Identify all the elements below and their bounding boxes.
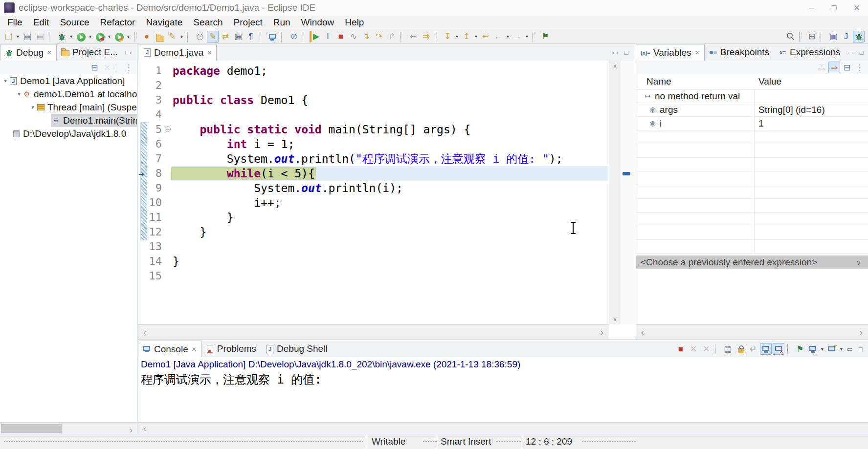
minimize-button[interactable]: – <box>801 0 823 16</box>
link-with-editor-icon[interactable]: ⇄ <box>220 31 231 43</box>
variable-row-i[interactable]: ◉i1 <box>636 117 868 130</box>
open-perspective-icon[interactable]: ⊞ <box>806 31 818 43</box>
step-return-icon[interactable]: ↱ <box>386 31 398 43</box>
word-wrap-icon[interactable]: ↵ <box>747 343 759 355</box>
menu-help[interactable]: Help <box>339 16 369 29</box>
code-line-15[interactable]: 15 <box>138 269 609 283</box>
variable-row-no-method-return-val[interactable]: ↦no method return val <box>636 89 868 103</box>
run-icon[interactable] <box>75 31 87 43</box>
empty-table-row[interactable] <box>636 199 868 213</box>
maximize-view-icon[interactable]: □ <box>856 47 867 58</box>
forward-icon[interactable]: → <box>512 31 523 43</box>
fold-margin-cell[interactable] <box>164 64 171 78</box>
editor-content[interactable]: 1package demo1;23public class Demo1 {45−… <box>138 61 609 324</box>
annotation-ruler-cell[interactable] <box>138 254 148 269</box>
annotation-ruler-cell[interactable] <box>138 137 148 151</box>
pin-editor-icon[interactable]: ⚑ <box>539 31 551 43</box>
pin-console-icon[interactable]: ⚑ <box>794 343 806 355</box>
annotation-ruler-cell[interactable] <box>138 151 148 166</box>
console-sash[interactable] <box>138 340 868 340</box>
remove-all-terminated-icon[interactable]: ✕ <box>101 62 113 73</box>
scroll-left-icon[interactable]: ‹ <box>139 325 151 339</box>
scroll-right-icon[interactable]: › <box>855 325 867 339</box>
debug-tree-item-d-develop-java-jdk1-8-0[interactable]: D:\Develop\Java\jdk1.8.0 <box>0 127 137 140</box>
menu-search[interactable]: Search <box>188 16 228 29</box>
clear-console-icon[interactable]: ▤ <box>722 343 734 355</box>
display-selected-console-dropdown-arrow[interactable]: ▾ <box>819 346 825 352</box>
fold-margin-cell[interactable] <box>164 254 171 269</box>
remove-all-terminated-launches-icon[interactable]: ✕ <box>700 343 712 355</box>
fold-margin-cell[interactable] <box>164 93 171 107</box>
back-dropdown-arrow[interactable]: ▾ <box>505 34 511 39</box>
overview-ruler[interactable] <box>621 61 634 324</box>
collapse-all-icon[interactable]: ⊟ <box>89 62 100 73</box>
editor-vscrollbar[interactable]: ∧ ∨ <box>609 61 621 324</box>
show-console-stderr-icon[interactable] <box>773 343 784 355</box>
scroll-up-icon[interactable]: ∧ <box>609 63 621 70</box>
right-sash[interactable] <box>634 44 634 339</box>
open-view-icon[interactable]: ▦ <box>232 31 244 43</box>
expand-arrow-icon[interactable]: ▾ <box>29 104 36 110</box>
column-header-value[interactable]: Value <box>755 74 868 89</box>
scroll-right-icon[interactable]: › <box>125 423 137 434</box>
close-tab-icon[interactable]: ✕ <box>207 49 212 56</box>
expand-arrow-icon[interactable]: ▾ <box>16 91 22 97</box>
code-line-9[interactable]: 9 System.out.println(i); <box>138 181 609 195</box>
view-menu-icon[interactable]: ⋮ <box>854 62 866 73</box>
external-tools-icon[interactable]: ✎ <box>166 31 178 43</box>
debug-tree-item-demo1-java-application[interactable]: ▾Demo1 [Java Application] <box>0 74 137 87</box>
code-line-6[interactable]: 6 int i = 1; <box>138 137 609 151</box>
code-line-13[interactable]: 13 <box>138 239 609 254</box>
debug-tree-item-thread-main-suspen[interactable]: ▾Thread [main] (Suspen <box>0 101 137 114</box>
code-line-11[interactable]: 11 } <box>138 210 609 225</box>
remove-launch-icon[interactable]: ✕ <box>688 343 699 355</box>
fold-margin-cell[interactable] <box>164 166 171 181</box>
open-type-icon[interactable]: ● <box>141 31 153 43</box>
disconnect-icon[interactable]: ∿ <box>348 31 359 43</box>
close-button[interactable]: ✕ <box>846 0 868 16</box>
run-to-line-dropdown-arrow[interactable]: ▾ <box>454 34 460 39</box>
menu-file[interactable]: File <box>2 16 28 29</box>
perspective-javaee-icon[interactable]: ▣ <box>827 31 839 43</box>
open-resource-icon[interactable] <box>154 31 165 43</box>
new-wizard-dropdown-arrow[interactable]: ▾ <box>15 34 21 39</box>
display-selected-console-icon[interactable] <box>807 343 819 355</box>
resume-icon[interactable]: ▶ <box>310 31 321 43</box>
code-line-10[interactable]: 10 i++; <box>138 195 609 210</box>
collapse-fold-icon[interactable]: − <box>165 126 171 132</box>
annotation-ruler-cell[interactable] <box>138 122 148 137</box>
fold-margin-cell[interactable] <box>164 210 171 225</box>
menu-navigate[interactable]: Navigate <box>140 16 188 29</box>
run-dropdown-arrow[interactable]: ▾ <box>87 34 93 39</box>
debug-dropdown-arrow[interactable]: ▾ <box>68 34 74 39</box>
fold-margin-cell[interactable] <box>164 225 171 239</box>
empty-table-row[interactable] <box>636 171 868 185</box>
close-tab-icon[interactable]: ✕ <box>695 49 700 56</box>
view-menu-icon[interactable]: ⋮ <box>123 62 134 73</box>
code-line-4[interactable]: 4 <box>138 107 609 122</box>
menu-run[interactable]: Run <box>268 16 296 29</box>
console-view-tab-problems[interactable]: Problems <box>201 341 261 357</box>
profile-dropdown-arrow[interactable]: ▾ <box>125 34 132 39</box>
minimize-view-icon[interactable]: ▭ <box>846 47 856 58</box>
show-type-names-icon[interactable]: ⁂ <box>816 62 827 73</box>
debug-view-tab-project-e[interactable]: Project E... <box>57 44 123 61</box>
annotation-ruler-cell[interactable] <box>138 78 148 93</box>
maximize-view-icon[interactable]: □ <box>621 47 632 58</box>
forward-dropdown-arrow[interactable]: ▾ <box>524 34 530 39</box>
previous-edit-icon[interactable]: ↥ <box>461 31 472 43</box>
expand-arrow-icon[interactable]: ▾ <box>2 78 9 84</box>
step-into-icon[interactable]: ↴ <box>360 31 372 43</box>
collapse-all-icon[interactable]: ⊟ <box>841 62 853 73</box>
code-line-14[interactable]: 14} <box>138 254 609 269</box>
scroll-down-icon[interactable]: ∨ <box>609 315 621 322</box>
back-icon[interactable]: ← <box>492 31 504 43</box>
empty-table-row[interactable] <box>636 226 868 240</box>
editor-hscrollbar[interactable]: ‹ › <box>138 324 609 339</box>
console-view-tab-console[interactable]: Console✕ <box>138 341 201 357</box>
save-all-icon[interactable]: ▤ <box>34 31 46 43</box>
code-line-2[interactable]: 2 <box>138 78 609 93</box>
minimize-view-icon[interactable]: ▭ <box>845 343 855 354</box>
close-tab-icon[interactable]: ✕ <box>192 346 197 353</box>
coverage-dropdown-arrow[interactable]: ▾ <box>106 34 112 39</box>
